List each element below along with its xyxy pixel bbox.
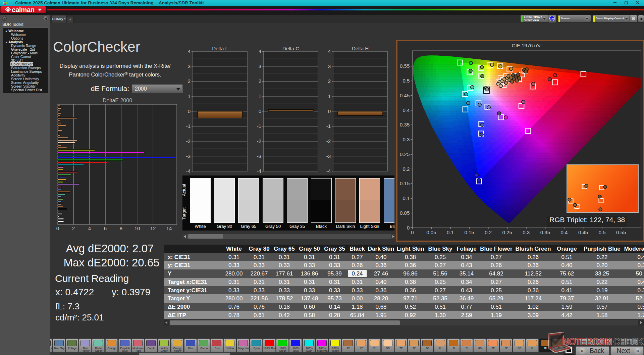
svg-text:0.25: 0.25 — [400, 151, 410, 157]
svg-text:0.3: 0.3 — [523, 230, 530, 235]
svg-text:1: 1 — [259, 93, 261, 99]
svg-text:3: 3 — [328, 63, 331, 69]
svg-text:0.2: 0.2 — [402, 166, 410, 172]
svg-text:0: 0 — [259, 108, 261, 114]
svg-text:-3: -3 — [257, 153, 261, 159]
svg-text:3: 3 — [259, 63, 261, 69]
svg-text:0: 0 — [407, 225, 410, 231]
svg-text:0.15: 0.15 — [400, 181, 410, 186]
svg-text:0.05: 0.05 — [426, 230, 436, 235]
svg-text:CHECK: CHECK — [613, 336, 643, 347]
svg-text:0.2: 0.2 — [485, 230, 492, 235]
svg-text:-2: -2 — [326, 138, 331, 144]
svg-text:3: 3 — [188, 63, 191, 69]
svg-text:NOTEBOOK: NOTEBOOK — [563, 336, 612, 347]
svg-text:-1: -1 — [186, 123, 191, 129]
svg-text:-4: -4 — [326, 168, 331, 174]
svg-text:-4: -4 — [257, 168, 261, 174]
svg-text:0: 0 — [328, 108, 331, 114]
svg-text:-1: -1 — [326, 123, 331, 129]
svg-text:0.15: 0.15 — [464, 230, 474, 235]
svg-text:-3: -3 — [326, 153, 331, 159]
svg-text:4: 4 — [328, 48, 331, 54]
svg-text:0.05: 0.05 — [400, 210, 410, 216]
svg-text:0.4: 0.4 — [560, 230, 568, 235]
svg-text:-3: -3 — [186, 153, 191, 159]
svg-text:0.45: 0.45 — [578, 230, 588, 235]
svg-text:0.1: 0.1 — [447, 230, 454, 235]
svg-text:4: 4 — [259, 48, 261, 54]
svg-text:0.25: 0.25 — [502, 230, 512, 235]
svg-text:0.35: 0.35 — [540, 230, 550, 235]
svg-text:0.5: 0.5 — [402, 78, 410, 84]
svg-text:0: 0 — [188, 108, 191, 114]
svg-text:2: 2 — [328, 78, 331, 84]
svg-text:-2: -2 — [257, 138, 261, 144]
svg-text:-2: -2 — [186, 138, 191, 144]
svg-text:0.5: 0.5 — [599, 230, 606, 235]
svg-text:1: 1 — [328, 93, 331, 99]
svg-text:2: 2 — [259, 78, 261, 84]
svg-text:0.4: 0.4 — [402, 107, 410, 113]
svg-text:0.35: 0.35 — [400, 122, 410, 128]
svg-text:-4: -4 — [186, 168, 191, 174]
svg-text:2: 2 — [188, 78, 191, 84]
svg-text:0.3: 0.3 — [402, 137, 410, 142]
svg-text:0.55: 0.55 — [616, 230, 626, 235]
svg-text:-1: -1 — [257, 123, 261, 129]
svg-text:0: 0 — [411, 230, 414, 235]
svg-text:4: 4 — [188, 48, 191, 54]
svg-text:1: 1 — [188, 93, 191, 99]
svg-text:CIE 1976 u'v': CIE 1976 u'v' — [512, 43, 541, 48]
svg-text:0.55: 0.55 — [400, 63, 410, 69]
svg-text:RGB Triplet: 122, 74, 38: RGB Triplet: 122, 74, 38 — [549, 216, 625, 223]
svg-text:0.1: 0.1 — [402, 195, 410, 201]
svg-text:0.45: 0.45 — [400, 93, 410, 98]
